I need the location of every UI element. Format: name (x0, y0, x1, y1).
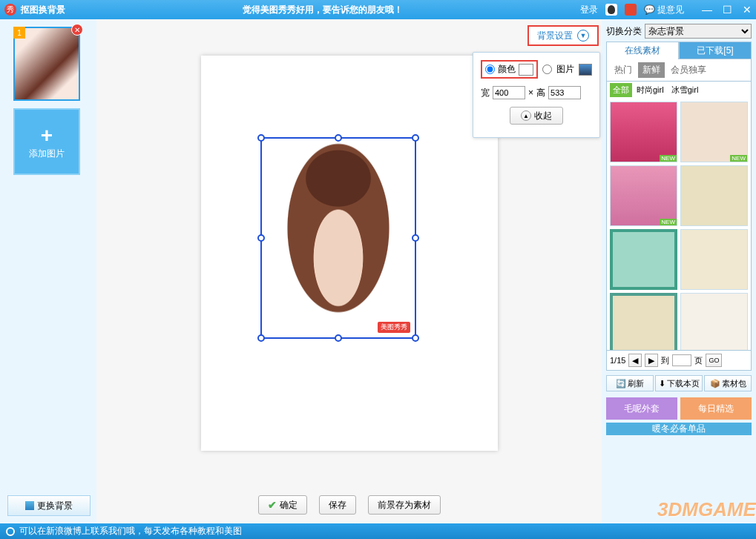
minimize-button[interactable]: — (702, 4, 712, 16)
tab-downloaded-materials[interactable]: 已下载[5] (679, 42, 752, 59)
background-settings-panel: 颜色 图片 宽 × 高 ▲ 收起 (473, 52, 600, 138)
picture-thumb-icon[interactable] (579, 64, 592, 76)
resize-handle-br[interactable] (412, 334, 419, 342)
switch-category-label: 切换分类 (606, 25, 642, 38)
filter-tabs: 全部 时尚girl 冰雪girl (606, 82, 752, 99)
thumbnail-delete-icon[interactable]: ✕ (71, 24, 83, 36)
close-button[interactable]: ✕ (743, 4, 752, 16)
pager: 1/15 ◀ ▶ 到 页 GO (606, 351, 752, 371)
background-settings-button[interactable]: 背景设置 ▼ (527, 25, 599, 46)
right-sidebar: 切换分类 杂志背景 在线素材 已下载[5] 热门 新鲜 会员独享 全部 时尚gi… (602, 19, 756, 523)
resize-handle-bl[interactable] (257, 334, 265, 342)
height-label: 高 (536, 87, 545, 99)
promo-wool-coat[interactable]: 毛呢外套 (606, 397, 677, 420)
chevron-up-icon: ▲ (521, 110, 531, 121)
canvas-paper: 美图秀秀 (201, 56, 498, 451)
sort-fresh[interactable]: 新鲜 (638, 62, 665, 78)
new-badge: NEW (730, 155, 747, 162)
resize-handle-ml[interactable] (257, 234, 265, 242)
page-number-input[interactable] (672, 354, 691, 366)
login-link[interactable]: 登录 (580, 4, 598, 16)
feedback-link[interactable]: 💬 提意见 (644, 4, 684, 16)
bg-color-label: 颜色 (498, 63, 516, 76)
page-go-button[interactable]: GO (706, 354, 722, 367)
plus-icon: + (41, 124, 53, 148)
template-item[interactable] (680, 229, 748, 290)
check-icon: ✔ (268, 499, 277, 511)
maximize-button[interactable]: ☐ (723, 4, 732, 16)
material-pack-button[interactable]: 📦素材包 (704, 375, 752, 391)
change-background-label: 更换背景 (37, 500, 73, 512)
window-controls: — ☐ ✕ (702, 4, 752, 16)
background-settings-label: 背景设置 (537, 30, 573, 42)
add-image-button[interactable]: + 添加图片 (13, 108, 80, 175)
picture-icon (25, 501, 34, 510)
resize-handle-tm[interactable] (335, 134, 342, 142)
collapse-panel-button[interactable]: ▲ 收起 (510, 107, 563, 125)
next-page-button[interactable]: ▶ (645, 354, 658, 367)
titlebar: 秀 抠图换背景 觉得美图秀秀好用，要告诉您的朋友哦！ 登录 💬 提意见 — ☐ … (0, 0, 756, 19)
bg-type-image-radio[interactable] (542, 65, 552, 74)
save-button[interactable]: 保存 (319, 495, 356, 515)
tab-online-materials[interactable]: 在线素材 (606, 42, 679, 59)
template-item[interactable]: NEW (680, 102, 748, 162)
filter-all[interactable]: 全部 (610, 83, 632, 97)
promo-buttons: 毛呢外套 每日精选 暖冬必备单品 (606, 397, 752, 435)
material-source-tabs: 在线素材 已下载[5] (606, 42, 752, 59)
weibo-icon[interactable] (625, 4, 637, 16)
foreground-portrait[interactable] (262, 139, 415, 337)
resize-handle-tl[interactable] (257, 134, 265, 142)
titlebar-promo: 觉得美图秀秀好用，要告诉您的朋友哦！ (65, 4, 580, 16)
width-input[interactable] (493, 86, 525, 99)
template-item[interactable] (610, 293, 677, 351)
material-actions: 🔄刷新 ⬇下载本页 📦素材包 (606, 375, 752, 391)
titlebar-right: 登录 💬 提意见 — ☐ ✕ (580, 4, 752, 16)
canvas-column: 美图秀秀 背景设置 ▼ (96, 19, 602, 523)
change-background-button[interactable]: 更换背景 (7, 495, 91, 516)
image-watermark: 美图秀秀 (378, 322, 410, 333)
image-thumbnail[interactable]: 1 ✕ (13, 27, 80, 101)
app-title: 抠图换背景 (21, 4, 65, 16)
filter-ice[interactable]: 冰雪girl (668, 83, 702, 97)
template-item[interactable] (610, 229, 677, 290)
promo-daily-picks[interactable]: 每日精选 (680, 397, 752, 420)
page-info: 1/15 (610, 356, 625, 365)
resize-handle-tr[interactable] (412, 134, 419, 142)
sort-tabs: 热门 新鲜 会员独享 (606, 59, 752, 82)
template-item[interactable] (680, 293, 748, 351)
category-select[interactable]: 杂志背景 (645, 24, 752, 39)
statusbar: 可以在新浪微博上联系我们哦，每天发布各种教程和美图 (0, 523, 756, 539)
confirm-button[interactable]: ✔ 确定 (258, 495, 307, 515)
add-image-label: 添加图片 (29, 148, 65, 160)
template-grid: NEW NEW NEW (606, 99, 752, 351)
template-item[interactable]: NEW (610, 102, 677, 162)
multiply-label: × (528, 87, 533, 98)
resize-handle-bm[interactable] (335, 334, 342, 342)
color-swatch[interactable] (519, 64, 533, 76)
height-input[interactable] (548, 86, 581, 99)
template-item[interactable]: NEW (610, 165, 677, 226)
selection-box[interactable]: 美图秀秀 (260, 137, 416, 339)
template-item[interactable] (680, 165, 748, 226)
promo-winter-essentials[interactable]: 暖冬必备单品 (606, 423, 752, 435)
page-suffix-label: 页 (694, 355, 703, 366)
qq-icon[interactable] (605, 4, 617, 16)
refresh-button[interactable]: 🔄刷新 (606, 375, 654, 391)
bg-color-option-highlighted: 颜色 (481, 60, 538, 79)
left-sidebar: 1 ✕ + 添加图片 更换背景 (0, 19, 96, 523)
thumbnail-index-badge: 1 (13, 27, 25, 39)
speaker-icon (6, 527, 15, 536)
resize-handle-mr[interactable] (412, 234, 419, 242)
app-logo-icon: 秀 (4, 4, 16, 16)
sort-hot[interactable]: 热门 (610, 62, 637, 78)
width-label: 宽 (481, 87, 490, 99)
new-badge: NEW (660, 155, 677, 162)
download-page-button[interactable]: ⬇下载本页 (655, 375, 703, 391)
save-foreground-button[interactable]: 前景存为素材 (368, 495, 441, 515)
prev-page-button[interactable]: ◀ (628, 354, 642, 367)
page-to-label: 到 (661, 355, 669, 366)
bg-image-label: 图片 (556, 63, 574, 76)
sort-member[interactable]: 会员独享 (666, 62, 711, 78)
filter-fashion[interactable]: 时尚girl (634, 83, 667, 97)
bg-type-color-radio[interactable] (485, 65, 495, 74)
